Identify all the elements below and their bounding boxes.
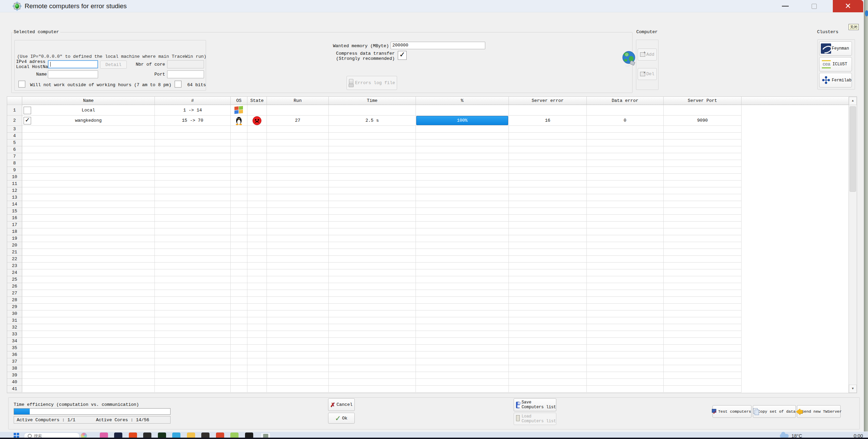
table-cell-run-row34[interactable] bbox=[267, 338, 329, 345]
table-cell-state-row8[interactable] bbox=[247, 160, 267, 167]
table-cell-state-row9[interactable] bbox=[247, 167, 267, 174]
table-cell-range-row27[interactable] bbox=[155, 290, 231, 297]
table-cell-state-row28[interactable] bbox=[247, 297, 267, 304]
table-cell-run-row31[interactable] bbox=[267, 317, 329, 324]
errors-log-button[interactable]: Errors log file bbox=[347, 76, 397, 90]
table-cell-run-row7[interactable] bbox=[267, 153, 329, 160]
table-cell-server_error-row7[interactable] bbox=[509, 153, 587, 160]
table-cell-server_error-row14[interactable] bbox=[509, 201, 587, 208]
row-header-8[interactable]: 8 bbox=[7, 160, 22, 167]
table-cell-server_error-row38[interactable] bbox=[509, 365, 587, 372]
table-cell-time-row22[interactable] bbox=[329, 256, 416, 263]
table-cell-time-row39[interactable] bbox=[329, 372, 416, 379]
table-cell-server_port-row23[interactable] bbox=[664, 263, 742, 269]
table-cell-range-row10[interactable] bbox=[155, 174, 231, 181]
table-cell-percent-row30[interactable] bbox=[416, 310, 509, 317]
table-cell-run-row9[interactable] bbox=[267, 167, 329, 174]
table-cell-name-row4[interactable] bbox=[22, 133, 155, 139]
table-cell-range-row28[interactable] bbox=[155, 297, 231, 304]
table-cell-data_error-row13[interactable] bbox=[587, 194, 664, 201]
row-header-14[interactable]: 14 bbox=[7, 201, 22, 208]
scroll-down-button[interactable]: ▼ bbox=[849, 385, 857, 393]
table-cell-run-row4[interactable] bbox=[267, 133, 329, 139]
table-cell-os-row41[interactable] bbox=[231, 386, 247, 393]
table-cell-data_error-row4[interactable] bbox=[587, 133, 664, 139]
iclust-cluster-button[interactable]: cea ICLUST bbox=[819, 57, 852, 71]
table-cell-os-row34[interactable] bbox=[231, 338, 247, 345]
table-cell-run-row25[interactable] bbox=[267, 276, 329, 283]
column-header-data-error[interactable]: Data error bbox=[587, 97, 664, 105]
row-header-6[interactable]: 6 bbox=[7, 146, 22, 153]
table-cell-range-row29[interactable] bbox=[155, 304, 231, 310]
table-cell-server_port-row28[interactable] bbox=[664, 297, 742, 304]
row-header-35[interactable]: 35 bbox=[7, 345, 22, 351]
table-cell-time-row16[interactable] bbox=[329, 215, 416, 222]
table-cell-data_error-row21[interactable] bbox=[587, 249, 664, 256]
table-cell-server_port-row15[interactable] bbox=[664, 208, 742, 215]
table-cell-data_error-row2[interactable]: 0 bbox=[587, 116, 664, 126]
table-cell-data_error-row3[interactable] bbox=[587, 126, 664, 133]
column-header-time[interactable]: Time bbox=[329, 97, 416, 105]
table-cell-run-row40[interactable] bbox=[267, 379, 329, 386]
table-cell-os-row8[interactable] bbox=[231, 160, 247, 167]
table-cell-data_error-row12[interactable] bbox=[587, 187, 664, 194]
table-cell-name-row32[interactable] bbox=[22, 324, 155, 331]
table-cell-server_error-row19[interactable] bbox=[509, 235, 587, 242]
table-cell-time-row41[interactable] bbox=[329, 386, 416, 393]
table-cell-run-row37[interactable] bbox=[267, 358, 329, 365]
send-twserver-button[interactable]: Send new TWServer bbox=[797, 405, 841, 418]
table-cell-state-row41[interactable] bbox=[247, 386, 267, 393]
row-header-29[interactable]: 29 bbox=[7, 304, 22, 310]
table-cell-percent-row20[interactable] bbox=[416, 242, 509, 249]
table-cell-state-row3[interactable] bbox=[247, 126, 267, 133]
table-cell-range-row13[interactable] bbox=[155, 194, 231, 201]
table-cell-server_port-row8[interactable] bbox=[664, 160, 742, 167]
table-cell-name-row13[interactable] bbox=[22, 194, 155, 201]
table-cell-percent-row22[interactable] bbox=[416, 256, 509, 263]
table-cell-name-row24[interactable] bbox=[22, 269, 155, 276]
table-cell-run-row33[interactable] bbox=[267, 331, 329, 338]
table-cell-run-row41[interactable] bbox=[267, 386, 329, 393]
row-header-26[interactable]: 26 bbox=[7, 283, 22, 290]
table-cell-server_error-row2[interactable]: 16 bbox=[509, 116, 587, 126]
table-cell-os-row38[interactable] bbox=[231, 365, 247, 372]
table-cell-data_error-row40[interactable] bbox=[587, 379, 664, 386]
table-cell-data_error-row16[interactable] bbox=[587, 215, 664, 222]
table-cell-os-row25[interactable] bbox=[231, 276, 247, 283]
table-cell-time-row37[interactable] bbox=[329, 358, 416, 365]
table-cell-state-row35[interactable] bbox=[247, 345, 267, 351]
table-cell-server_port-row6[interactable] bbox=[664, 146, 742, 153]
row-header-21[interactable]: 21 bbox=[7, 249, 22, 256]
row-header-18[interactable]: 18 bbox=[7, 228, 22, 235]
table-cell-os-row26[interactable] bbox=[231, 283, 247, 290]
row-header-39[interactable]: 39 bbox=[7, 372, 22, 379]
table-cell-range-row33[interactable] bbox=[155, 331, 231, 338]
table-cell-time-row33[interactable] bbox=[329, 331, 416, 338]
table-cell-state-row10[interactable] bbox=[247, 174, 267, 181]
table-cell-state-row36[interactable] bbox=[247, 351, 267, 358]
table-cell-data_error-row29[interactable] bbox=[587, 304, 664, 310]
table-cell-time-row35[interactable] bbox=[329, 345, 416, 351]
table-cell-time-row24[interactable] bbox=[329, 269, 416, 276]
table-cell-run-row1[interactable] bbox=[267, 105, 329, 116]
table-cell-percent-row39[interactable] bbox=[416, 372, 509, 379]
table-cell-server_error-row13[interactable] bbox=[509, 194, 587, 201]
row-header-2[interactable]: 2 bbox=[7, 116, 22, 126]
column-header-server-port[interactable]: Server Port bbox=[664, 97, 742, 105]
table-cell-time-row15[interactable] bbox=[329, 208, 416, 215]
close-button[interactable]: ✕ bbox=[833, 0, 863, 12]
table-cell-os-row29[interactable] bbox=[231, 304, 247, 310]
table-cell-run-row13[interactable] bbox=[267, 194, 329, 201]
table-cell-run-row6[interactable] bbox=[267, 146, 329, 153]
table-cell-server_error-row30[interactable] bbox=[509, 310, 587, 317]
table-cell-state-row39[interactable] bbox=[247, 372, 267, 379]
scroll-thumb[interactable] bbox=[850, 106, 856, 192]
table-cell-name-row40[interactable] bbox=[22, 379, 155, 386]
table-cell-server_error-row20[interactable] bbox=[509, 242, 587, 249]
table-cell-state-row18[interactable] bbox=[247, 228, 267, 235]
row-header-15[interactable]: 15 bbox=[7, 208, 22, 215]
table-cell-name-row1[interactable]: Local bbox=[22, 105, 155, 116]
table-cell-name-row34[interactable] bbox=[22, 338, 155, 345]
row-header-5[interactable]: 5 bbox=[7, 139, 22, 146]
table-cell-range-row2[interactable]: 15 -> 70 bbox=[155, 116, 231, 126]
